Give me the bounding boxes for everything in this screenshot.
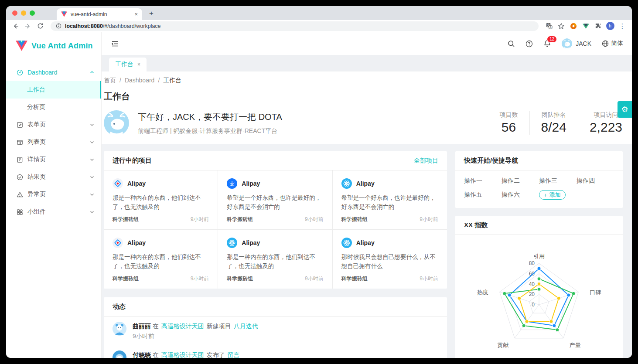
language-label: 简体 [611,40,623,48]
projects-title: 进行中的项目 [113,156,152,165]
project-card[interactable]: Alipay 希望是一个好东西，也许是最好的，好东西是不会消亡的 科学搬砖组9小… [333,170,447,230]
notification-badge: 12 [547,36,557,43]
sidebar-item-label: 小组件 [27,208,46,216]
project-time: 9小时前 [305,216,324,223]
project-group-link[interactable]: 科学搬砖组 [113,275,139,282]
activity-group-link[interactable]: 高逼格设计天团 [161,323,204,330]
sidebar-item-details[interactable]: 详情页 [6,151,101,168]
app-logo[interactable]: Vue Antd Admin [6,32,101,59]
forward-icon[interactable] [23,21,33,31]
quicknav-link[interactable]: 操作四 [577,174,614,188]
project-card[interactable]: Alipay 那是一种内在的东西，他们到达不了，也无法触及的 科学搬砖组9小时前 [104,230,218,289]
activity-user: 付晓晓 [133,351,151,358]
stat-value: 56 [500,120,518,135]
browser-profile-avatar[interactable]: h [605,21,615,31]
table-icon [17,139,23,146]
chevron-down-icon [90,157,94,162]
project-name[interactable]: Alipay [242,180,260,187]
project-card[interactable]: Alipay 那是一种内在的东西，他们到达不了，也无法触及的 科学搬砖组9小时前 [218,230,332,289]
extension-orange-icon[interactable] [568,21,579,31]
user-menu[interactable]: JACK [562,38,591,49]
settings-drawer-button[interactable]: ⚙ [618,101,632,118]
extensions-puzzle-icon[interactable] [593,21,603,31]
site-info-icon[interactable] [56,23,61,29]
sidebar-item-results[interactable]: 结果页 [6,168,101,186]
sidebar-item-forms[interactable]: 表单页 [6,116,101,133]
project-card[interactable]: 支 Alipay 希望是一个好东西，也许是最好的，好东西是不会消亡的 科学搬砖组… [218,170,332,230]
vue-devtools-icon[interactable] [580,21,591,31]
list-item: 曲丽丽 在 高逼格设计天团 新建项目 八月迭代 9小时前 [113,316,438,345]
close-window-button[interactable] [12,10,17,16]
sidebar-item-label: 表单页 [27,121,46,129]
tab-label: 工作台 [115,61,133,68]
project-name[interactable]: Alipay [356,239,375,246]
quicknav-link[interactable]: 操作二 [502,174,539,188]
activity-group-link[interactable]: 高逼格设计天团 [161,351,204,358]
tab-close-icon[interactable]: × [137,61,140,68]
project-name[interactable]: Alipay [356,180,375,187]
tab-close-icon[interactable]: × [134,11,138,17]
project-group-link[interactable]: 科学搬砖组 [341,216,368,223]
minimize-window-button[interactable] [21,10,26,16]
search-icon[interactable] [508,40,515,48]
project-name[interactable]: Alipay [127,239,146,246]
radar-chart: 020406080引用口碑产量贡献热度 [455,240,623,356]
new-tab-button[interactable]: + [146,8,157,19]
svg-text:引用: 引用 [533,253,545,259]
chevron-down-icon [90,210,94,214]
reload-icon[interactable] [35,21,45,31]
sidebar-item-analysis[interactable]: 分析页 [6,99,101,116]
bell-icon[interactable]: 12 [543,40,551,48]
activity-target-link[interactable]: 八月迭代 [234,323,258,330]
url-path: /#/dashboard/workplace [103,23,161,29]
dashboard-icon [17,69,23,76]
quicknav-card: 快速开始/便捷导航 操作一 操作二 操作三 操作四 操作五 操作六 +添加 [455,151,623,208]
activity-target-link[interactable]: 留言 [228,351,240,358]
svg-text:口碑: 口碑 [590,289,601,296]
activity-avatar [113,322,126,336]
browser-menu-icon[interactable]: ⋮ [617,21,628,31]
maximize-window-button[interactable] [30,10,35,16]
add-button[interactable]: +添加 [539,190,566,200]
stat-group: 项目数 56 团队排名 8/24 项目访问 2,223 [488,111,622,135]
svg-text:80: 80 [529,260,535,266]
bookmark-star-icon[interactable] [556,21,566,31]
sidebar-item-dashboard[interactable]: Dashboard [6,64,101,81]
project-name[interactable]: Alipay [242,239,260,246]
project-group-link[interactable]: 科学搬砖组 [227,275,253,282]
app-header: 12 JACK 简体 [102,32,632,55]
breadcrumb-home[interactable]: 首页 [104,77,116,84]
user-avatar [562,38,572,49]
project-card[interactable]: Alipay 那是一种内在的东西，他们到达不了，也无法触及的 科学搬砖组9小时前 [104,170,218,230]
quicknav-link[interactable]: 操作五 [464,188,502,202]
project-group-link[interactable]: 科学搬砖组 [341,275,368,282]
react-icon [341,238,352,248]
all-projects-link[interactable]: 全部项目 [414,157,438,165]
page-title: 工作台 [104,91,622,102]
index-chart-card: XX 指数 020406080引用口碑产量贡献热度 abc [455,216,623,358]
browser-tab[interactable]: vue-antd-admin × [57,8,142,20]
tab-workplace[interactable]: 工作台 × [109,58,147,71]
back-icon[interactable] [10,21,21,31]
language-switcher[interactable]: 简体 [602,40,623,48]
url-bar[interactable]: localhost:8080/#/dashboard/workplace [51,21,539,31]
quicknav-link[interactable]: 操作一 [464,174,502,188]
help-icon[interactable] [525,40,533,48]
breadcrumb-dashboard[interactable]: Dashboard [125,77,155,84]
sidebar-item-lists[interactable]: 列表页 [6,133,101,151]
quicknav-link[interactable]: 操作三 [539,174,577,188]
quicknav-link[interactable]: 操作六 [502,188,539,202]
project-group-link[interactable]: 科学搬砖组 [227,216,253,223]
app-title: Vue Antd Admin [31,41,93,51]
translate-icon[interactable]: 文A [544,21,554,31]
breadcrumb: 首页/Dashboard/工作台 [104,77,622,85]
project-group-link[interactable]: 科学搬砖组 [113,216,139,223]
project-name[interactable]: Alipay [127,180,146,187]
sidebar-item-exceptions[interactable]: 异常页 [6,186,101,203]
sidebar-item-widgets[interactable]: 小组件 [6,203,101,221]
project-card[interactable]: Alipay 那时候我只会想自己想要什么，从不想自己拥有什么 科学搬砖组9小时前 [333,230,447,289]
sidebar-item-workplace[interactable]: 工作台 [6,81,101,99]
browser-tab-title: vue-antd-admin [71,11,107,17]
project-time: 9小时前 [305,275,324,282]
menu-fold-icon[interactable] [108,37,122,51]
